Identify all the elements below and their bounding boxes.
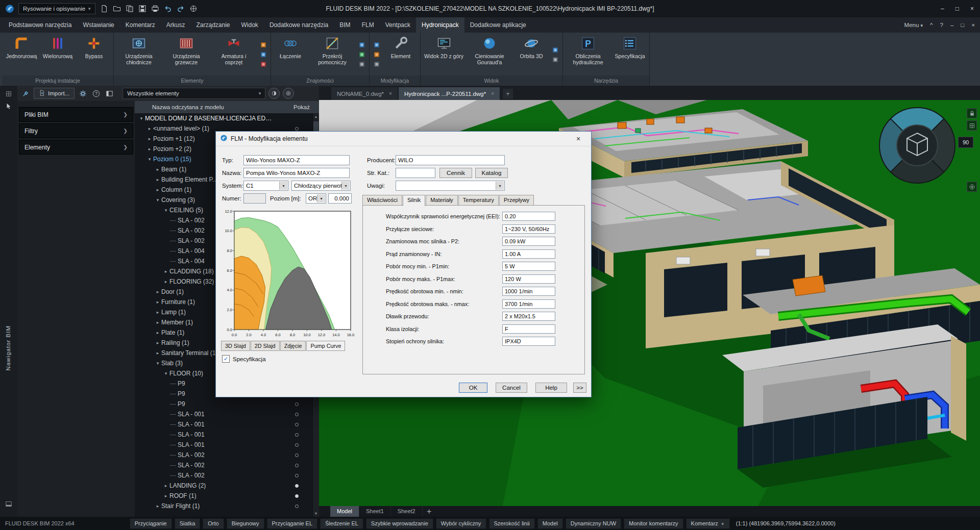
system-type-combo[interactable]: Chłodzący pierwotny▾: [291, 181, 351, 191]
ribbon-button-cieniowanie-gouraud-a[interactable]: Cieniowanie Gouraud'a: [466, 34, 513, 75]
ribbon-button-jednorurow[interactable]: Jednorurową: [4, 34, 39, 75]
tree-expand-icon[interactable]: ▸: [154, 350, 161, 356]
tree-row[interactable]: SLA - 001: [135, 440, 313, 450]
dialog-tab-przep-ywy[interactable]: Przepływy: [499, 195, 534, 205]
motor-field-d-awik-przewodu[interactable]: 2 x M20x1.5: [502, 312, 555, 321]
layout-tab-sheet2[interactable]: Sheet2: [391, 506, 423, 517]
visibility-dot[interactable]: [295, 504, 299, 508]
workspace-selector[interactable]: Rysowanie i opisywanie ▾: [18, 3, 95, 14]
motor-field-przy-cze-sieciowe[interactable]: 1~230 V, 50/60Hz: [502, 224, 555, 234]
save-icon[interactable]: [137, 3, 148, 14]
menu-tab-widok[interactable]: Widok: [236, 17, 264, 33]
producent-field[interactable]: WILO: [396, 155, 505, 165]
steering-wheel[interactable]: [878, 107, 956, 184]
menu-tab-zarz-dzanie[interactable]: Zarządzanie: [190, 17, 235, 33]
close-icon[interactable]: ×: [491, 91, 494, 96]
status-toggle-orto[interactable]: Orto: [203, 518, 224, 529]
ribbon-button-element[interactable]: Element: [383, 34, 419, 75]
undo-icon[interactable]: [162, 3, 174, 14]
visibility-dot[interactable]: [295, 413, 299, 416]
dialog-tab-w-a-ciwo-ci[interactable]: Właściwości: [362, 195, 402, 205]
tree-expand-icon[interactable]: ▸: [146, 146, 153, 152]
visibility-dot[interactable]: [295, 464, 299, 467]
status-toggle-wyb-r-cykliczny[interactable]: Wybór cykliczny: [436, 518, 486, 529]
tree-expand-icon[interactable]: ▸: [154, 310, 161, 315]
sidebar-item-pliki-bim[interactable]: Pliki BIM❯: [19, 107, 133, 122]
selection-arrow-icon[interactable]: [4, 101, 14, 111]
help-button[interactable]: Help: [535, 383, 567, 393]
dialog-close-icon[interactable]: ×: [570, 135, 587, 143]
tree-expand-icon[interactable]: ▸: [162, 269, 169, 274]
status-toggle-przyci-ganie-el[interactable]: Przyciąganie EL: [267, 518, 318, 529]
tree-expand-icon[interactable]: ▸: [162, 493, 169, 498]
list-circle-icon[interactable]: [283, 88, 294, 99]
workspace-icon[interactable]: [188, 3, 199, 14]
visibility-dot[interactable]: [295, 453, 299, 457]
tree-expand-icon[interactable]: ▸: [154, 177, 161, 182]
motor-field-znamionowa-moc-silnika[interactable]: 0.09 kW: [502, 237, 555, 246]
motor-field-pr-d-znamionowy-in[interactable]: 1.00 A: [502, 249, 555, 259]
poziom-value-field[interactable]: 0.000: [328, 193, 352, 204]
menu-tab-podstawowe-narz-dzia[interactable]: Podstawowe narzędzia: [3, 17, 77, 33]
tree-expand-icon[interactable]: ▾: [146, 157, 153, 162]
mini-orange-icon[interactable]: [373, 51, 381, 59]
tree-row[interactable]: ▾MODEL DOMU Z BASENEM-LICENCJA EDUKACYJN…: [135, 113, 313, 123]
nazwa-field[interactable]: Pompa Wilo-Yonos MAXO-Z: [243, 168, 350, 178]
visibility-dot[interactable]: [295, 443, 299, 447]
new-file-icon[interactable]: [99, 3, 110, 14]
tree-row[interactable]: P9: [135, 399, 313, 409]
dialog-tab-materia-y[interactable]: Materiały: [426, 195, 458, 205]
tree-expand-icon[interactable]: ▸: [154, 299, 161, 305]
str-kat-field[interactable]: [396, 168, 435, 178]
panel-bottom-icon[interactable]: [4, 499, 14, 509]
menu-tab-komentarz[interactable]: Komentarz: [120, 17, 161, 33]
mini-gray-icon[interactable]: [373, 60, 381, 68]
ribbon-button-specyfikacja[interactable]: Specyfikacja: [612, 34, 648, 75]
close-icon[interactable]: ×: [389, 91, 392, 96]
ribbon-button-widok-2d-z-g-ry[interactable]: Widok 2D z góry: [422, 34, 465, 75]
motor-field-pr-dko-obrotowa-maks[interactable]: 3700 1/min: [502, 299, 555, 309]
drawing-tab-hydronicpack-p-220511-dwg[interactable]: Hydronicpack ...P-220511.dwg*×: [399, 87, 500, 100]
tree-row[interactable]: SLA - 001: [135, 430, 313, 440]
uwagi-combo[interactable]: ▾: [396, 181, 505, 191]
status-toggle-ledzenie-el[interactable]: Śledzenie EL: [320, 518, 363, 529]
status-toggle-szeroko-linii[interactable]: Szerokość linii: [489, 518, 535, 529]
cennik-button[interactable]: Cennik: [439, 168, 472, 178]
drawing-tab-noname-0-dwg[interactable]: NONAME_0.dwg*×: [331, 87, 398, 100]
mini-gray-icon[interactable]: [358, 60, 366, 68]
new-drawing-tab-button[interactable]: +: [503, 89, 513, 99]
slide-tab-pump-curve[interactable]: Pump Curve: [306, 341, 345, 351]
menu-tab-arkusz[interactable]: Arkusz: [161, 17, 191, 33]
visibility-dot[interactable]: [295, 494, 299, 498]
menu-tab-dodatkowe-aplikacje[interactable]: Dodatkowe aplikacje: [464, 17, 532, 33]
menu-tab-hydronicpack[interactable]: Hydronicpack: [416, 17, 464, 33]
doc-close-icon[interactable]: ×: [971, 22, 975, 28]
scroll-up-icon[interactable]: ▲: [313, 113, 319, 120]
slide-tab-2d-slajd[interactable]: 2D Slajd: [251, 341, 280, 351]
motor-field-klasa-izolacji[interactable]: F: [502, 324, 555, 334]
collapse-ribbon-icon[interactable]: ^: [930, 22, 933, 28]
tree-row[interactable]: ▸Stair Flight (1): [135, 501, 313, 511]
status-toggle-biegunowy[interactable]: Biegunowy: [227, 518, 264, 529]
motor-field-stopie-ochrony-silnika[interactable]: IPX4D: [502, 337, 555, 346]
ribbon-button-bypass[interactable]: Bypass: [76, 34, 112, 75]
wheel-icon[interactable]: [967, 182, 977, 192]
tree-expand-icon[interactable]: ▸: [154, 289, 161, 294]
mini-blue-icon[interactable]: [373, 41, 381, 49]
sidebar-item-elementy[interactable]: Elementy❯: [19, 140, 133, 155]
rotation-angle-badge[interactable]: 90: [958, 137, 973, 148]
ribbon-button-urz-dzenia-grzewcze[interactable]: Urządzenia grzewcze: [163, 34, 210, 75]
dialog-tab-silnik[interactable]: Silnik: [403, 195, 425, 206]
slide-tab-zdj-cie[interactable]: Zdjęcie: [280, 341, 306, 351]
tree-expand-icon[interactable]: ▾: [154, 197, 161, 203]
motor-field-wsp-czynnik-sprawno-ci[interactable]: 0.20: [502, 212, 555, 221]
maximize-button[interactable]: □: [955, 5, 959, 12]
theme-circle-icon[interactable]: [268, 88, 280, 99]
status-toggle-przyci-ganie[interactable]: Przyciąganie: [130, 518, 172, 529]
sidebar-item-filtry[interactable]: Filtry❯: [19, 123, 133, 138]
mini-green-icon[interactable]: [358, 51, 366, 59]
doc-minimize-icon[interactable]: –: [950, 22, 953, 28]
more-button[interactable]: >>: [573, 383, 586, 393]
tree-expand-icon[interactable]: ▾: [162, 371, 169, 376]
new-layout-tab-button[interactable]: +: [425, 507, 434, 516]
